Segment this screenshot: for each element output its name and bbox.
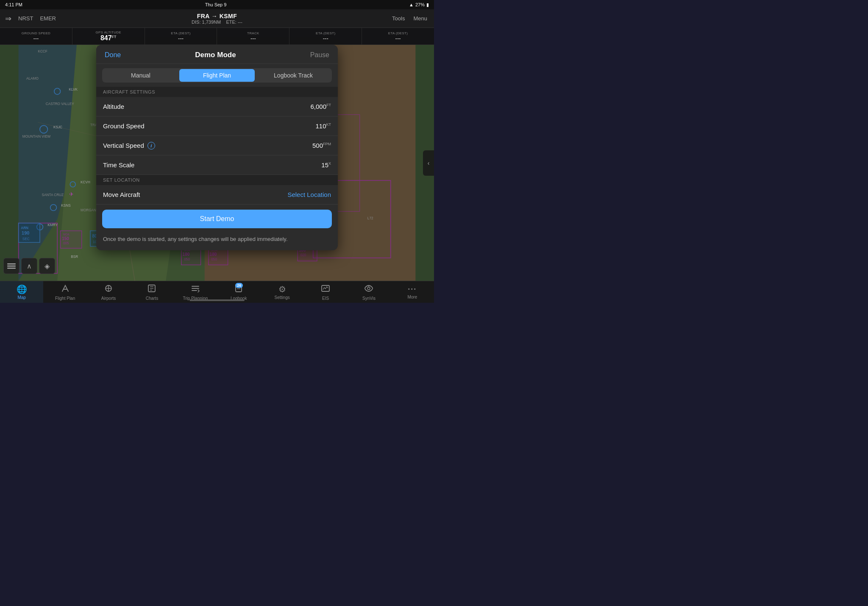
nav-bar: ⇒ NRST EMER FRA → KSMF DIS: 1,739NM ETE:… bbox=[0, 9, 434, 28]
info-track: TRACK --- bbox=[217, 28, 289, 44]
battery-icon: ▮ bbox=[426, 2, 429, 8]
trip-planning-tab-icon bbox=[191, 284, 200, 295]
nav-center: FRA → KSMF DIS: 1,739NM ETE: --- bbox=[93, 13, 341, 25]
done-button[interactable]: Done bbox=[105, 51, 121, 59]
tab-settings[interactable]: ⚙ Settings bbox=[260, 281, 303, 303]
charts-tab-label: Charts bbox=[146, 296, 158, 301]
tab-more[interactable]: ··· More bbox=[391, 281, 434, 303]
tools-button[interactable]: Tools bbox=[392, 15, 405, 22]
airports-tab-label: Airports bbox=[101, 296, 116, 301]
seg-logbook-track[interactable]: Logbook Track bbox=[256, 69, 331, 82]
vertical-speed-info-icon[interactable]: i bbox=[147, 142, 155, 149]
altitude-value: 6,000FT bbox=[310, 103, 331, 110]
altitude-row[interactable]: Altitude 6,000FT bbox=[96, 97, 338, 116]
menu-button[interactable]: Menu bbox=[413, 15, 427, 22]
mode-segmented-control: Manual Flight Plan Logbook Track bbox=[102, 68, 332, 83]
nrst-button[interactable]: NRST bbox=[18, 15, 33, 22]
settings-tab-label: Settings bbox=[275, 295, 290, 300]
aircraft-settings-header: AIRCRAFT SETTINGS bbox=[96, 87, 338, 97]
time-scale-label: Time Scale bbox=[103, 161, 134, 169]
status-day: Thu Sep 9 bbox=[205, 2, 227, 7]
altitude-label: Altitude bbox=[103, 103, 124, 110]
nav-right: Tools Menu bbox=[341, 15, 434, 22]
flight-plan-tab-label: Flight Plan bbox=[55, 296, 75, 301]
flight-plan-tab-icon bbox=[61, 284, 70, 295]
set-location-header: SET LOCATION bbox=[96, 175, 338, 185]
back-icon[interactable]: ⇒ bbox=[5, 14, 11, 23]
airports-tab-icon bbox=[104, 284, 113, 295]
select-location-button[interactable]: Select Location bbox=[287, 191, 331, 198]
tab-eis[interactable]: EIS bbox=[304, 281, 347, 303]
demo-mode-modal: Done Demo Mode Pause Manual Flight Plan … bbox=[96, 45, 338, 250]
more-tab-icon: ··· bbox=[408, 285, 417, 294]
eis-tab-icon bbox=[321, 284, 330, 295]
pause-button[interactable]: Pause bbox=[310, 51, 329, 59]
info-eta-dest-2: ETA (DEST) --- bbox=[289, 28, 362, 44]
info-eta-dest-1: ETA (DEST) --- bbox=[145, 28, 217, 44]
charts-tab-icon bbox=[147, 284, 156, 295]
info-ground-speed: GROUND SPEED --- bbox=[0, 28, 72, 44]
home-indicator bbox=[189, 299, 245, 301]
modal-note: Once the demo is started, any settings c… bbox=[96, 233, 338, 250]
vertical-speed-label: Vertical Speed i bbox=[103, 142, 155, 149]
tab-synvis[interactable]: SynVis bbox=[347, 281, 390, 303]
modal-title: Demo Mode bbox=[195, 51, 236, 59]
vertical-speed-value: 500FPM bbox=[312, 142, 331, 149]
info-eta-dest-3: ETA (DEST) --- bbox=[362, 28, 434, 44]
ground-speed-value: 110KT bbox=[315, 122, 331, 130]
status-bar: 4:11 PM Thu Sep 9 ▲ 27% ▮ bbox=[0, 0, 434, 9]
svg-point-97 bbox=[367, 287, 370, 290]
info-strip: GROUND SPEED --- GPS ALTITUDE 847FT ETA … bbox=[0, 28, 434, 45]
time-scale-row[interactable]: Time Scale 15X bbox=[96, 155, 338, 175]
seg-flight-plan[interactable]: Flight Plan bbox=[179, 69, 255, 82]
move-aircraft-label: Move Aircraft bbox=[103, 191, 140, 198]
wifi-icon: ▲ bbox=[409, 2, 414, 7]
tab-charts[interactable]: Charts bbox=[130, 281, 173, 303]
tab-airports[interactable]: Airports bbox=[87, 281, 130, 303]
modal-header: Done Demo Mode Pause bbox=[96, 45, 338, 64]
info-gps-altitude: GPS ALTITUDE 847FT bbox=[72, 28, 145, 44]
time-scale-value: 15X bbox=[321, 161, 331, 169]
tab-map[interactable]: 🌐 Map bbox=[0, 281, 43, 303]
settings-tab-icon: ⚙ bbox=[278, 284, 286, 294]
seg-manual[interactable]: Manual bbox=[103, 69, 178, 82]
ground-speed-row[interactable]: Ground Speed 110KT bbox=[96, 116, 338, 136]
map-tab-label: Map bbox=[17, 295, 25, 300]
start-demo-button[interactable]: Start Demo bbox=[102, 210, 332, 228]
status-time: 4:11 PM bbox=[5, 2, 22, 7]
route-title: FRA → KSMF bbox=[197, 13, 237, 19]
route-info: DIS: 1,739NM ETE: --- bbox=[192, 19, 242, 25]
eis-tab-label: EIS bbox=[322, 296, 329, 301]
logbook-badge: 26 bbox=[235, 283, 243, 288]
battery-percent: 27% bbox=[415, 2, 425, 7]
ground-speed-label: Ground Speed bbox=[103, 122, 145, 130]
emer-button[interactable]: EMER bbox=[40, 15, 56, 22]
status-right: ▲ 27% ▮ bbox=[409, 2, 429, 8]
tab-flight-plan[interactable]: Flight Plan bbox=[43, 281, 86, 303]
map-tab-icon: 🌐 bbox=[17, 284, 27, 294]
synvis-tab-label: SynVis bbox=[362, 296, 376, 301]
move-aircraft-row[interactable]: Move Aircraft Select Location bbox=[96, 185, 338, 205]
synvis-tab-icon bbox=[364, 284, 373, 295]
vertical-speed-row[interactable]: Vertical Speed i 500FPM bbox=[96, 136, 338, 155]
nav-left: ⇒ NRST EMER bbox=[0, 14, 93, 23]
more-tab-label: More bbox=[407, 295, 417, 299]
